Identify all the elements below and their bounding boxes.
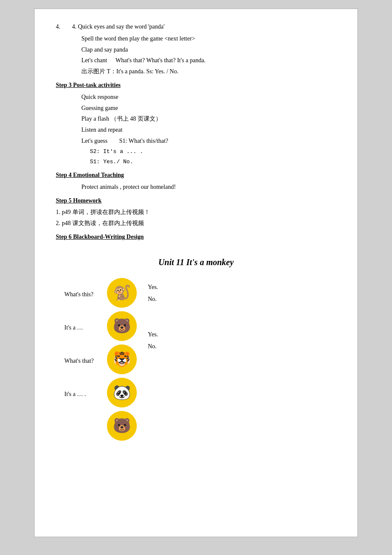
chant-label: Let's chant bbox=[81, 57, 107, 64]
bb-left-labels: What's this? It's a … What's that? It's … bbox=[64, 278, 103, 444]
item-4-picture: 出示图片 T：It's a panda. Ss: Yes. / No. bbox=[81, 66, 336, 77]
step3-s1: S1: What's this/that? bbox=[119, 138, 168, 144]
bb-yes-no-col: Yes. No. Yes. No. bbox=[148, 278, 158, 352]
step5-line1: 1. p49 单词，拼读在群内上传视频！ bbox=[56, 207, 336, 217]
bb-images-stack: 🐒 🐻 🐯 🐼 🐻 bbox=[107, 278, 137, 441]
unit-title: Unit 11 It's a monkey bbox=[159, 257, 234, 267]
no1-text: No. bbox=[148, 294, 158, 304]
content-area: 4. 4. Quick eyes and say the word 'panda… bbox=[56, 22, 336, 444]
tiger-icon: 🐯 bbox=[113, 347, 131, 372]
step3-s1b: S1: Yes./ No. bbox=[90, 157, 336, 167]
step4-line1: Protect animals , protect our homeland! bbox=[81, 182, 336, 192]
unit-title-section: Unit 11 It's a monkey bbox=[56, 255, 336, 269]
step5-heading: Step 5 Homework bbox=[56, 196, 336, 206]
item-4-number: 4. bbox=[56, 22, 69, 32]
step3-line1: Quick response bbox=[81, 92, 336, 102]
empty-label bbox=[64, 411, 103, 444]
step3-dialogue: S2: It's a ... . S1: Yes./ No. bbox=[90, 147, 336, 167]
whats-this-label: What's this? bbox=[64, 278, 103, 311]
step3-s2: S2: It's a ... . bbox=[90, 147, 336, 156]
step3-guess-row: Let's guess S1: What's this/that? bbox=[81, 136, 336, 146]
elephant-icon: 🐻 bbox=[113, 413, 131, 438]
step6-heading: Step 6 Blackboard-Writing Design bbox=[56, 232, 336, 242]
item-4-line1: Spell the word then play the game <next … bbox=[81, 34, 336, 44]
monkey-icon: 🐒 bbox=[113, 280, 131, 305]
yes-no-block-1: Yes. No. bbox=[148, 282, 158, 304]
whats-that-label: What's that? bbox=[64, 344, 103, 378]
monkey-circle: 🐒 bbox=[107, 278, 137, 308]
step3-heading: Step 3 Post-task activities bbox=[56, 80, 336, 90]
chant-text: What's that? What's that? It's a panda. bbox=[115, 57, 205, 64]
guess-label: Let's guess bbox=[81, 138, 107, 144]
step3-line2: Guessing game bbox=[81, 103, 336, 113]
bb-main-row: What's this? It's a … What's that? It's … bbox=[64, 278, 336, 444]
step4-heading: Step 4 Emotional Teaching bbox=[56, 170, 336, 180]
panda-circle: 🐼 bbox=[107, 378, 137, 408]
elephant-circle: 🐻 bbox=[107, 411, 137, 441]
step3-line4: Listen and repeat bbox=[81, 125, 336, 135]
no2-text: No. bbox=[148, 341, 158, 352]
yes-no-block-2: Yes. No. bbox=[148, 330, 158, 352]
its-a2-label: It's a … . bbox=[64, 378, 103, 411]
step3-line3: Play a flash （书上 48 页课文） bbox=[81, 114, 336, 124]
item-4-line2: Clap and say panda bbox=[81, 45, 336, 55]
item-4: 4. 4. Quick eyes and say the word 'panda… bbox=[56, 22, 336, 32]
tiger-circle: 🐯 bbox=[107, 344, 137, 374]
step5-line2: 2. p48 课文熟读，在群内上传视频 bbox=[56, 218, 336, 228]
item-4-chant: Let's chant What's that? What's that? It… bbox=[81, 55, 336, 66]
blackboard-area: What's this? It's a … What's that? It's … bbox=[56, 278, 336, 444]
item-4-heading: 4. Quick eyes and say the word 'panda' bbox=[72, 22, 336, 32]
panda-icon: 🐼 bbox=[113, 380, 131, 405]
yes2-text: Yes. bbox=[148, 330, 158, 340]
page-container: 4. 4. Quick eyes and say the word 'panda… bbox=[34, 9, 358, 537]
yes1-text: Yes. bbox=[148, 282, 158, 292]
bear-circle: 🐻 bbox=[107, 311, 137, 341]
its-a-label: It's a … bbox=[64, 311, 103, 344]
bear-icon: 🐻 bbox=[113, 314, 131, 338]
